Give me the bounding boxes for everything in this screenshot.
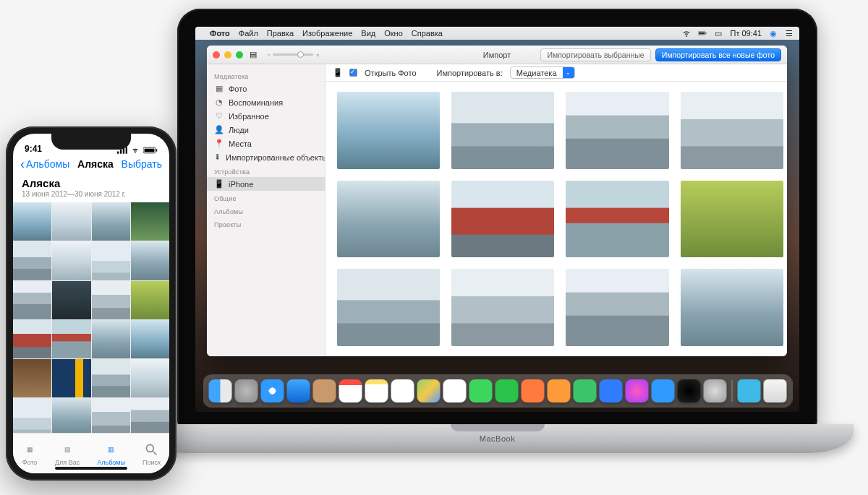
import-thumbnail[interactable] <box>451 269 554 346</box>
window-close-button[interactable] <box>213 51 220 59</box>
window-zoom-button[interactable] <box>236 51 243 59</box>
menubar-app-name[interactable]: Фото <box>210 29 230 38</box>
dock-app-numbers[interactable] <box>573 379 596 403</box>
photos-sidebar: Медиатека ▦Фото ◔Воспоминания ♡Избранное… <box>207 64 326 356</box>
import-thumbnail[interactable] <box>451 92 554 169</box>
photo-thumbnail[interactable] <box>92 241 130 280</box>
sidebar-item-memories[interactable]: ◔Воспоминания <box>207 95 325 109</box>
import-thumbnail[interactable] <box>337 269 440 346</box>
menubar-clock[interactable]: Пт 09:41 <box>730 29 762 38</box>
photo-thumbnail[interactable] <box>52 398 90 436</box>
home-indicator[interactable] <box>55 467 127 470</box>
menubar-item-window[interactable]: Окно <box>384 29 403 38</box>
photo-thumbnail[interactable] <box>52 281 90 319</box>
select-button[interactable]: Выбрать <box>122 158 162 170</box>
import-thumbnail[interactable] <box>566 92 668 169</box>
photo-thumbnail[interactable] <box>92 398 130 436</box>
import-thumbnail[interactable] <box>681 92 783 169</box>
dock-separator <box>731 380 732 402</box>
import-thumbnail[interactable] <box>451 181 554 258</box>
notification-center-icon[interactable]: ☰ <box>785 29 793 38</box>
import-thumbnail[interactable] <box>681 181 783 258</box>
menubar-item-file[interactable]: Файл <box>239 29 258 38</box>
dock-app-calendar[interactable] <box>339 379 362 403</box>
battery-icon[interactable] <box>698 29 707 38</box>
dock-app-maps[interactable] <box>417 379 440 403</box>
photo-thumbnail[interactable] <box>92 202 130 241</box>
photo-thumbnail[interactable] <box>131 320 169 358</box>
dock-app-safari[interactable] <box>260 379 284 403</box>
import-thumbnail[interactable] <box>681 269 783 346</box>
photo-thumbnail[interactable] <box>13 202 51 241</box>
dock-app-contacts[interactable] <box>312 379 336 403</box>
tab-photos[interactable]: ▦ Фото <box>22 442 38 466</box>
photo-thumbnail[interactable] <box>131 241 169 280</box>
dock-app-reminders[interactable] <box>391 379 414 403</box>
menubar-item-image[interactable]: Изображение <box>302 29 352 38</box>
dock-app-pages[interactable] <box>547 379 570 403</box>
photo-thumbnail[interactable] <box>13 241 51 280</box>
menubar-item-view[interactable]: Вид <box>361 29 375 38</box>
sidebar-toggle-icon[interactable]: ▤ <box>249 51 258 59</box>
dock-app-messages[interactable] <box>469 379 492 403</box>
import-thumbnail[interactable] <box>566 181 668 258</box>
import-thumbnail[interactable] <box>337 181 440 258</box>
dock-app-finder[interactable] <box>208 379 231 403</box>
tab-search[interactable]: Поиск <box>142 442 161 466</box>
dock-app-siri[interactable] <box>677 379 700 403</box>
dock-app-notes[interactable] <box>365 379 388 403</box>
dock-folder-downloads[interactable] <box>737 379 760 403</box>
svg-rect-4 <box>120 150 122 153</box>
sidebar-item-iphone[interactable]: 📱iPhone <box>207 177 325 191</box>
photo-thumbnail[interactable] <box>13 359 51 397</box>
import-thumbnail[interactable] <box>566 269 668 346</box>
photo-thumbnail[interactable] <box>92 359 130 397</box>
dock-app-mail[interactable] <box>286 379 310 403</box>
back-button[interactable]: ‹ Альбомы <box>20 158 69 170</box>
photo-thumbnail[interactable] <box>131 398 169 436</box>
photo-thumbnail[interactable] <box>52 202 90 241</box>
photo-thumbnail[interactable] <box>131 202 169 241</box>
photo-thumbnail[interactable] <box>13 320 51 358</box>
wifi-icon[interactable] <box>682 29 691 38</box>
photo-thumbnail[interactable] <box>13 281 51 319</box>
import-thumbnail[interactable] <box>337 92 440 169</box>
photo-thumbnail[interactable] <box>92 320 130 358</box>
dock-app-launchpad[interactable] <box>234 379 258 403</box>
photo-thumbnail[interactable] <box>13 398 51 436</box>
sidebar-item-favorites[interactable]: ♡Избранное <box>207 109 325 123</box>
dock-app-keynote[interactable] <box>599 379 622 403</box>
import-selected-button[interactable]: Импортировать выбранные <box>540 48 650 61</box>
sidebar-item-photos[interactable]: ▦Фото <box>207 82 325 95</box>
photo-thumbnail[interactable] <box>52 359 90 397</box>
tab-albums[interactable]: ▥ Альбомы <box>97 442 125 466</box>
menubar-item-help[interactable]: Справка <box>412 29 443 38</box>
spotlight-icon[interactable]: ◉ <box>769 29 778 38</box>
dock-app-photos[interactable] <box>443 379 466 403</box>
dock-app-settings[interactable] <box>703 379 726 403</box>
dock-app-facetime[interactable] <box>495 379 518 403</box>
dock-trash[interactable] <box>763 379 786 403</box>
window-minimize-button[interactable] <box>224 51 231 59</box>
import-destination-select[interactable]: Медиатека ⌄ <box>510 66 575 79</box>
photo-thumbnail[interactable] <box>131 281 169 319</box>
dock-app-books[interactable] <box>521 379 544 403</box>
dock-app-appstore[interactable] <box>651 379 674 403</box>
screen-mirror-icon[interactable]: ▭ <box>714 29 723 38</box>
person-icon: 👤 <box>214 125 224 134</box>
menubar-item-edit[interactable]: Правка <box>267 29 294 38</box>
open-photos-checkbox[interactable] <box>349 69 357 77</box>
sidebar-item-people[interactable]: 👤Люди <box>207 123 325 137</box>
photo-thumbnail[interactable] <box>92 281 130 319</box>
tab-for-you[interactable]: ▧ Для Вас <box>55 442 80 466</box>
photo-thumbnail[interactable] <box>52 241 90 280</box>
thumbnail-zoom-slider[interactable]: ▫ ▫ <box>268 51 319 59</box>
photo-thumbnail[interactable] <box>52 320 90 358</box>
sidebar-item-places[interactable]: 📍Места <box>207 137 325 150</box>
sidebar-item-imports[interactable]: ⬇Импортированные объекты <box>207 150 325 164</box>
sidebar-section-library: Медиатека <box>207 69 325 82</box>
svg-rect-3 <box>117 152 119 154</box>
import-all-new-button[interactable]: Импортировать все новые фото <box>655 48 781 61</box>
dock-app-itunes[interactable] <box>625 379 648 403</box>
photo-thumbnail[interactable] <box>131 359 169 397</box>
